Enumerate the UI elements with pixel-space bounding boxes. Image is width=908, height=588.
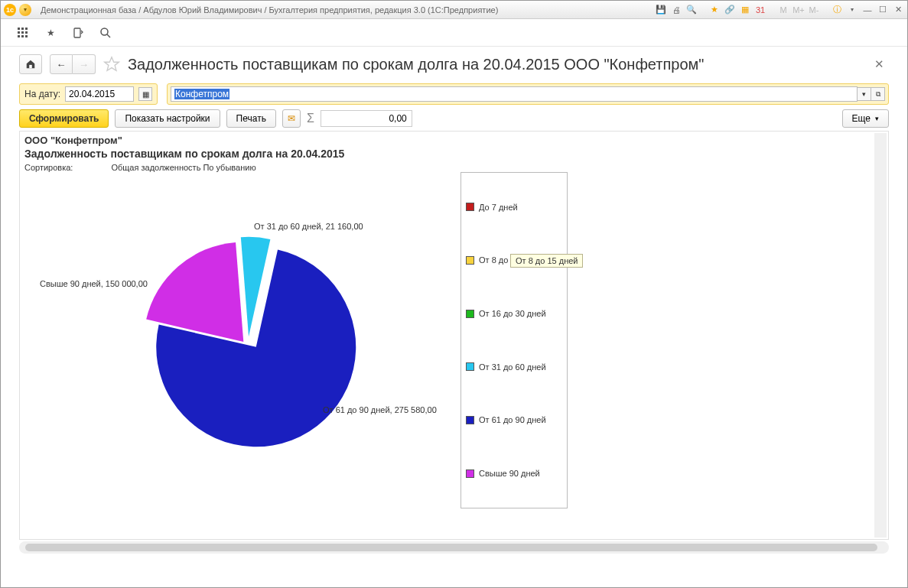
print-button[interactable]: Печать — [226, 109, 276, 128]
date-input[interactable] — [65, 86, 134, 102]
svg-rect-4 — [21, 31, 24, 34]
chart-zone: От 31 до 60 дней, 21 160,00 От 61 до 90 … — [24, 172, 884, 516]
app-icon: 1c — [4, 4, 16, 16]
svg-point-10 — [101, 28, 108, 35]
legend-item-4[interactable]: От 61 до 90 дней — [466, 415, 562, 424]
svg-rect-3 — [18, 31, 20, 34]
svg-line-11 — [107, 34, 110, 37]
calc-icon[interactable]: ▦ — [739, 4, 751, 16]
sort-value: Общая задолженность По убыванию — [111, 163, 255, 172]
forward-button[interactable]: → — [73, 54, 96, 74]
m-minus-icon[interactable]: M- — [808, 4, 820, 16]
window-titlebar: 1c ▾ Демонстрационная база / Абдулов Юри… — [1, 1, 907, 19]
svg-rect-12 — [29, 65, 32, 68]
report-org-title: ООО "Конфетпром" — [24, 135, 884, 146]
svg-rect-0 — [18, 28, 20, 30]
m-icon[interactable]: M — [777, 4, 789, 16]
horizontal-scrollbar[interactable] — [19, 541, 889, 554]
show-settings-button[interactable]: Показать настройки — [115, 109, 220, 128]
sum-icon: Σ — [307, 112, 314, 125]
titlebar-left: 1c ▾ Демонстрационная база / Абдулов Юри… — [4, 4, 498, 16]
generate-button[interactable]: Сформировать — [19, 109, 109, 128]
legend-label: От 16 до 30 дней — [479, 309, 546, 318]
svg-rect-2 — [25, 28, 28, 30]
organization-input[interactable]: Конфетпром — [171, 86, 858, 102]
back-button[interactable]: ← — [50, 54, 73, 74]
titlebar-right: 💾 🖨 🔍 ★ 🔗 ▦ 31 M M+ M- ⓘ ▾ — ☐ ✕ — [655, 4, 904, 16]
favorite-icon[interactable]: ★ — [708, 4, 721, 16]
info-icon[interactable]: ⓘ — [831, 4, 843, 16]
window-title: Демонстрационная база / Абдулов Юрий Вла… — [41, 5, 498, 15]
search-icon[interactable] — [99, 26, 112, 40]
svg-rect-5 — [25, 31, 28, 34]
legend-label: До 7 дней — [479, 203, 518, 212]
info-dropdown-icon[interactable]: ▾ — [846, 4, 858, 16]
preview-icon[interactable]: 🔍 — [685, 4, 698, 16]
calendar-icon[interactable]: 31 — [754, 4, 766, 16]
link-icon[interactable]: 🔗 — [724, 4, 736, 16]
legend-item-2[interactable]: От 16 до 30 дней — [466, 309, 562, 318]
legend-tooltip: От 8 до 15 дней — [510, 254, 583, 268]
svg-rect-6 — [18, 35, 20, 37]
maximize-icon[interactable]: ☐ — [877, 4, 889, 16]
legend-swatch — [466, 469, 474, 478]
nav-back-forward: ← → — [50, 54, 96, 74]
organization-filter: Конфетпром ▾ ⧉ — [167, 83, 889, 105]
app-dropdown-icon[interactable]: ▾ — [19, 4, 31, 16]
filter-bar: На дату: ▦ Конфетпром ▾ ⧉ — [19, 83, 889, 105]
slice-label-61-90: От 61 до 90 дней, 275 580,00 — [323, 405, 437, 414]
home-button[interactable] — [19, 54, 42, 74]
scrollbar-thumb[interactable] — [25, 544, 877, 551]
report-title: Задолженность поставщикам по срокам долг… — [24, 148, 884, 160]
legend-swatch — [466, 310, 474, 318]
page-title: Задолженность поставщикам по срокам долг… — [128, 56, 704, 73]
legend-swatch — [466, 256, 474, 265]
svg-marker-13 — [105, 57, 119, 70]
star-icon[interactable]: ★ — [44, 26, 57, 40]
pie-chart — [139, 233, 361, 457]
save-icon[interactable]: 💾 — [655, 4, 667, 16]
report-area: ООО "Конфетпром" Задолженность поставщик… — [19, 131, 889, 540]
chart-legend: До 7 дней От 8 до 1 От 16 до 30 дней От … — [461, 172, 568, 508]
legend-label: Свыше 90 дней — [479, 469, 540, 478]
favorite-page-icon[interactable] — [103, 56, 120, 73]
page-header: ← → Задолженность поставщикам по срокам … — [1, 47, 907, 77]
legend-item-0[interactable]: До 7 дней — [466, 203, 562, 212]
minimize-icon[interactable]: — — [861, 4, 874, 16]
legend-swatch — [466, 362, 474, 371]
report-toolbar: Сформировать Показать настройки Печать ✉… — [19, 109, 889, 128]
legend-swatch — [466, 416, 474, 424]
close-page-button[interactable]: ✕ — [870, 56, 889, 73]
organization-dropdown-icon[interactable]: ▾ — [858, 87, 871, 101]
print-icon[interactable]: 🖨 — [670, 4, 682, 16]
date-filter: На дату: ▦ — [19, 83, 158, 105]
svg-rect-7 — [21, 35, 24, 37]
main-iconbar: ★ — [1, 19, 907, 47]
legend-label: От 31 до 60 дней — [479, 362, 546, 372]
date-label: На дату: — [24, 89, 60, 99]
sum-input[interactable] — [321, 110, 412, 127]
slice-label-90plus: Свыше 90 дней, 150 000,00 — [40, 279, 148, 288]
close-window-icon[interactable]: ✕ — [892, 4, 904, 16]
svg-rect-8 — [25, 35, 28, 37]
legend-item-5[interactable]: Свыше 90 дней — [466, 469, 562, 478]
more-button[interactable]: Еще▾ — [842, 109, 889, 128]
m-plus-icon[interactable]: M+ — [792, 4, 805, 16]
svg-rect-9 — [74, 28, 80, 37]
legend-label: От 61 до 90 дней — [479, 415, 546, 424]
email-button[interactable]: ✉ — [282, 109, 301, 128]
sort-label: Сортировка: — [24, 163, 73, 172]
organization-open-icon[interactable]: ⧉ — [871, 87, 885, 101]
apps-grid-icon[interactable] — [16, 26, 30, 40]
chevron-down-icon: ▾ — [875, 115, 879, 122]
svg-rect-1 — [21, 28, 24, 30]
calendar-picker-icon[interactable]: ▦ — [138, 87, 152, 101]
history-icon[interactable] — [71, 26, 85, 40]
slice-label-31-60: От 31 до 60 дней, 21 160,00 — [254, 222, 363, 231]
legend-swatch — [466, 203, 474, 211]
report-sort-line: Сортировка: Общая задолженность По убыва… — [24, 163, 884, 172]
legend-item-3[interactable]: От 31 до 60 дней — [466, 362, 562, 372]
